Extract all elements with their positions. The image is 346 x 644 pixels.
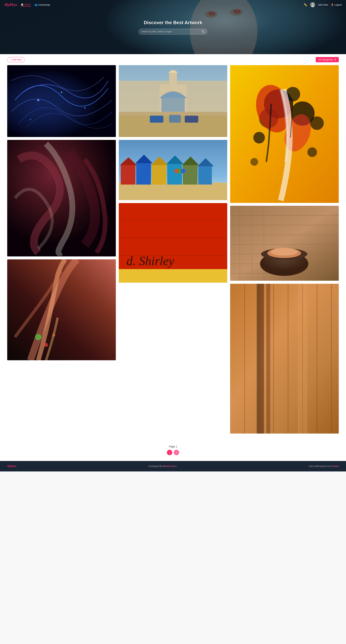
art-card-1[interactable] [7,65,116,137]
svg-point-17 [236,10,239,13]
logout-icon: 🚪 [331,4,334,6]
hero-content: Discover the Best Artwork [0,20,346,34]
svg-rect-37 [169,73,177,86]
developer-link[interactable]: Michele Zucca [163,465,176,468]
svg-rect-50 [167,164,182,185]
svg-point-24 [84,107,86,109]
community-icon: 👥 [34,4,37,6]
search-button[interactable] [202,30,204,33]
svg-point-75 [250,158,258,166]
nav-username[interactable]: John Doe [318,4,328,6]
gallery-col-3 [230,65,339,434]
svg-point-18 [202,30,204,32]
artwork-image-9 [230,284,339,434]
svg-point-28 [35,334,41,340]
svg-rect-46 [136,163,151,184]
home-icon: 🏠 [21,3,24,6]
artwork-image-5 [119,140,227,200]
artwork-image-3 [230,65,339,203]
nav-logo[interactable]: MyPixx [4,2,17,7]
navbar: MyPixx 🏠 Home 👥 Community ✏️ John Doe 🚪 … [0,0,346,10]
page-label: Page 1 [169,445,177,448]
artwork-image-8: d. Shirley [119,203,227,283]
search-input[interactable] [142,30,202,33]
chevron-down-icon: ▼ [334,58,336,61]
toolbar: + Add New All Categories ▼ [0,54,346,65]
search-bar [139,29,207,34]
nav-links: 🏠 Home 👥 Community [21,3,304,6]
photos-source-link[interactable]: Pexels [332,465,339,468]
svg-rect-44 [121,165,135,185]
svg-point-74 [308,147,317,157]
svg-rect-27 [7,259,116,360]
art-card-3[interactable] [230,65,339,203]
artwork-image-2 [119,65,227,137]
svg-rect-100 [257,284,264,434]
svg-line-19 [204,32,204,33]
svg-point-58 [181,168,185,173]
art-card-9[interactable] [230,284,339,434]
page-2-button[interactable]: 2 [174,450,179,455]
footer-photos-credit: User profile photos from Pexels [309,465,339,468]
svg-point-29 [44,343,48,347]
artwork-image-4 [7,140,116,256]
masonry-grid: d. Shirley [7,65,339,434]
gallery-col-2: d. Shirley [119,65,227,434]
svg-rect-40 [169,115,181,123]
svg-point-25 [30,119,31,120]
svg-rect-21 [7,65,116,137]
svg-point-76 [310,116,324,130]
svg-point-23 [61,92,62,93]
footer-credit: Developed By Michele Zucca [149,465,176,468]
search-icon [202,30,204,33]
art-card-6[interactable] [230,206,339,281]
svg-rect-54 [198,166,212,185]
svg-rect-52 [183,165,197,185]
svg-rect-36 [161,98,184,112]
gallery-col-1 [7,65,116,434]
art-card-4[interactable] [7,140,116,256]
svg-rect-92 [230,284,339,434]
svg-point-91 [271,248,298,256]
nav-right: ✏️ John Doe 🚪 Logout [304,2,342,7]
nav-community-link[interactable]: 👥 Community [34,3,50,6]
svg-rect-102 [298,284,308,434]
svg-rect-48 [152,165,167,185]
gallery: d. Shirley [0,65,346,441]
page-1-button[interactable]: 1 [167,450,172,455]
svg-point-16 [210,11,214,15]
pagination: Page 1 1 2 [0,441,346,461]
svg-point-22 [37,99,39,101]
footer: MyPixx Developed By Michele Zucca User p… [0,461,346,472]
art-card-7[interactable] [7,259,116,360]
nav-home-link[interactable]: 🏠 Home [21,3,31,6]
svg-point-73 [253,132,265,144]
art-card-8[interactable]: d. Shirley [119,203,227,283]
nav-logout-link[interactable]: 🚪 Logout [331,4,342,6]
artwork-image-6 [230,206,339,281]
artwork-image-7 [7,259,116,360]
svg-point-1 [312,3,314,5]
avatar[interactable] [310,2,315,7]
svg-point-30 [52,334,55,336]
art-card-5[interactable] [119,140,227,200]
svg-text:d. Shirley: d. Shirley [127,254,174,268]
svg-rect-41 [185,116,198,123]
categories-dropdown[interactable]: All Categories ▼ [316,57,339,62]
art-card-2[interactable] [119,65,227,137]
edit-icon[interactable]: ✏️ [304,3,307,6]
add-new-button[interactable]: + Add New [7,57,25,62]
svg-rect-101 [266,284,270,434]
svg-rect-43 [119,183,227,200]
svg-rect-64 [119,269,227,283]
hero-title: Discover the Best Artwork [0,20,346,26]
svg-rect-39 [150,116,163,123]
artwork-image-1 [7,65,116,137]
footer-logo: MyPixx [7,464,16,468]
page-buttons: 1 2 [167,450,179,455]
